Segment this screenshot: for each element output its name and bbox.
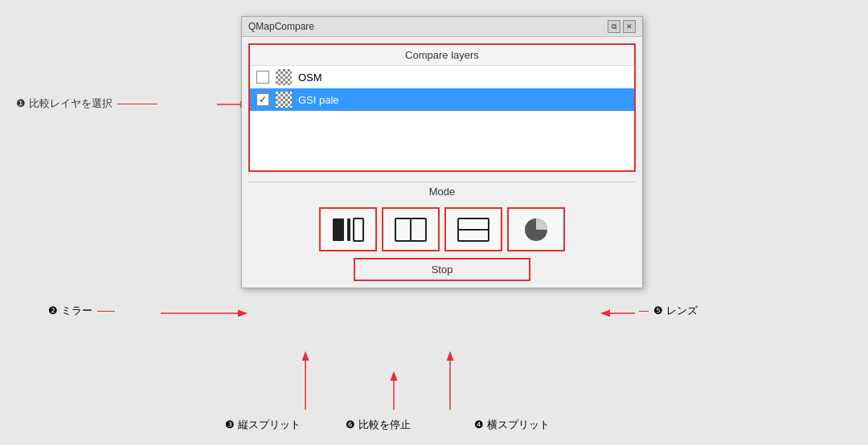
horizontal-split-icon	[457, 215, 490, 244]
annotation-2: ❷ ミラー	[48, 304, 115, 318]
annotation-3-text: ❸ 縦スプリット	[225, 418, 301, 431]
compare-layers-section: Compare layers OSM ✓ GSI pale	[248, 43, 636, 172]
dialog-controls: ⧉ ✕	[608, 20, 636, 33]
restore-button[interactable]: ⧉	[608, 20, 620, 33]
annotation-3: ❸ 縦スプリット	[225, 418, 301, 432]
stop-button-container: Stop	[248, 258, 636, 281]
mode-header: Mode	[248, 182, 636, 201]
dialog-titlebar: QMapCompare ⧉ ✕	[242, 17, 642, 37]
stop-label: Stop	[432, 263, 453, 276]
layer-name-osm: OSM	[298, 71, 322, 84]
layer-item-osm[interactable]: OSM	[250, 66, 634, 88]
page-container: ❶ 比較レイヤを選択 ❷ ミラー ❸ 縦スプリット ❻ 比較を停止 ❹ 横スプリ…	[0, 0, 868, 445]
mode-buttons	[248, 207, 636, 251]
vertical-split-button[interactable]	[382, 207, 440, 251]
annotation-1-text: ❶ 比較レイヤを選択	[16, 96, 113, 111]
annotation-5: ❺ レンズ	[639, 304, 698, 318]
lens-icon	[519, 215, 553, 244]
annotation-4: ❹ 横スプリット	[474, 418, 550, 432]
annotation-4-text: ❹ 横スプリット	[474, 418, 550, 431]
annotation-6-text: ❻ 比較を停止	[346, 418, 411, 431]
lens-button[interactable]	[507, 207, 565, 251]
layer-checkbox-gsi[interactable]: ✓	[256, 93, 269, 106]
close-button[interactable]: ✕	[623, 20, 636, 33]
vertical-split-icon	[394, 215, 428, 244]
dialog-window: QMapCompare ⧉ ✕ Compare layers OSM ✓	[241, 16, 643, 288]
dialog-title: QMapCompare	[248, 21, 314, 32]
mirror-icon	[331, 215, 365, 244]
svg-rect-8	[354, 218, 363, 241]
annotation-6: ❻ 比較を停止	[346, 418, 411, 432]
mirror-button[interactable]	[319, 207, 377, 251]
layer-checkbox-osm[interactable]	[256, 71, 269, 84]
annotation-1: ❶ 比較レイヤを選択	[16, 96, 158, 111]
svg-rect-7	[347, 218, 350, 241]
horizontal-split-button[interactable]	[444, 207, 502, 251]
layer-item-gsi[interactable]: ✓ GSI pale	[250, 88, 634, 111]
layer-list: OSM ✓ GSI pale	[250, 66, 634, 170]
svg-rect-6	[333, 218, 344, 241]
mode-section: Mode	[248, 182, 636, 281]
layer-icon-osm	[276, 69, 292, 85]
compare-layers-header: Compare layers	[250, 45, 634, 66]
annotation-2-text: ❷ ミラー	[48, 304, 92, 318]
layer-name-gsi: GSI pale	[298, 94, 339, 106]
annotation-5-text: ❺ レンズ	[653, 304, 698, 318]
stop-button[interactable]: Stop	[354, 258, 530, 281]
layer-icon-gsi	[276, 92, 292, 108]
